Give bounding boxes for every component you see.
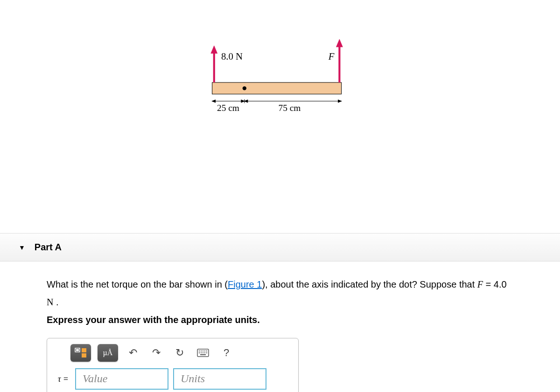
units-input[interactable]: Units [173,368,266,390]
answer-toolbar: µÅ ↶ ↷ ↻ ? [70,344,290,362]
svg-rect-18 [199,351,200,351]
svg-rect-15 [82,348,86,352]
svg-rect-25 [203,352,203,353]
svg-rect-13 [75,348,80,352]
redo-button[interactable]: ↷ [148,344,165,361]
collapse-icon[interactable]: ▼ [19,244,25,251]
keyboard-button[interactable] [195,344,211,361]
svg-marker-7 [212,100,216,103]
torque-diagram: 8.0 N F 25 cm 75 cm [163,0,397,121]
help-button[interactable]: ? [218,344,235,361]
value-input[interactable]: Value [75,368,168,390]
svg-rect-19 [201,351,202,351]
svg-rect-28 [200,354,206,355]
answer-input-row: τ = Value Units [52,368,290,390]
templates-button[interactable] [70,344,91,362]
part-title: Part A [35,242,62,253]
answer-instruction: Express your answer with the appropriate… [47,311,513,329]
part-header: ▼ Part A [0,233,560,261]
svg-rect-21 [204,351,205,351]
svg-marker-5 [336,39,343,47]
question-content: What is the net torque on the bar shown … [0,261,560,392]
svg-marker-3 [211,46,217,54]
svg-marker-12 [338,100,342,103]
units-symbols-button[interactable]: µÅ [98,344,118,362]
svg-rect-0 [212,83,342,94]
answer-box: µÅ ↶ ↷ ↻ ? τ = Value Units [47,338,299,392]
figure-container: 8.0 N F 25 cm 75 cm [0,0,560,154]
force1-label: 8.0 N [221,51,243,62]
dim2-label: 75 cm [279,103,301,113]
reset-button[interactable]: ↻ [171,344,188,361]
svg-rect-14 [76,349,79,351]
svg-rect-24 [201,352,202,353]
dim1-label: 25 cm [217,103,239,113]
undo-button[interactable]: ↶ [125,344,141,361]
question-text: What is the net torque on the bar shown … [47,275,513,311]
svg-point-1 [243,86,246,90]
force2-label: F [328,51,335,62]
svg-rect-20 [203,351,203,351]
svg-rect-23 [199,352,200,353]
svg-rect-26 [204,352,205,353]
svg-marker-11 [245,100,248,103]
svg-rect-22 [206,351,207,351]
tau-label: τ = [52,371,70,387]
svg-rect-16 [82,353,86,358]
figure-link[interactable]: Figure 1 [228,279,262,289]
svg-rect-27 [206,352,207,353]
